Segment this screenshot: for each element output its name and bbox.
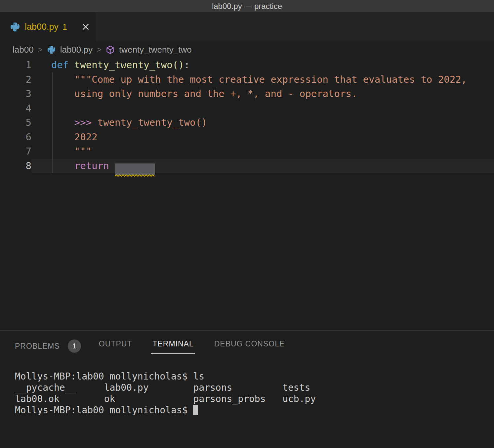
line-number: 6: [0, 130, 31, 145]
vscode-window: lab00.py — practice lab00.py 1 lab00 >: [0, 0, 494, 448]
terminal-line: lab00.ok ok parsons_probs ucb.py: [15, 393, 494, 405]
terminal-line: __pycache__ lab00.py parsons tests: [15, 382, 494, 393]
bottom-panel: PROBLEMS 1 OUTPUT TERMINAL DEBUG CONSOLE…: [0, 330, 494, 447]
line-number: 5: [0, 115, 31, 130]
tab-output[interactable]: OUTPUT: [99, 339, 132, 348]
titlebar: lab00.py — practice: [0, 0, 494, 12]
docstring-token: """Come up with the most creative expres…: [51, 74, 467, 85]
tab-filename: lab00.py: [25, 22, 59, 32]
code-line[interactable]: 3 using only numbers and the +, *, and -…: [0, 87, 494, 101]
tab-problems[interactable]: PROBLEMS 1: [15, 339, 81, 353]
terminal-prompt-line: Mollys-MBP:lab00 mollynicholas$: [15, 405, 494, 416]
line-number: 3: [0, 87, 31, 101]
breadcrumb-item-file[interactable]: lab00.py: [60, 45, 93, 55]
panel-tab-bar: PROBLEMS 1 OUTPUT TERMINAL DEBUG CONSOLE: [0, 331, 494, 362]
terminal-line: Mollys-MBP:lab00 mollynicholas$ ls: [15, 371, 494, 382]
window-title: lab00.py — practice: [212, 2, 282, 11]
code-line[interactable]: 4: [0, 101, 494, 116]
code-line[interactable]: 7 """: [0, 144, 494, 159]
doctest-prompt-token: >>>: [74, 117, 92, 128]
breadcrumb-item-folder[interactable]: lab00: [13, 45, 34, 55]
close-icon[interactable]: [81, 22, 90, 31]
line-number: 7: [0, 144, 31, 159]
tab-terminal[interactable]: TERMINAL: [151, 339, 195, 354]
docstring-token: """: [51, 146, 92, 157]
terminal-cursor: [193, 405, 198, 415]
line-number: 1: [0, 58, 31, 72]
breadcrumb: lab00 > lab00.py > twenty_twenty_two: [0, 41, 494, 58]
warning-squiggle-icon: [115, 174, 155, 177]
tab-problems-count: 1: [62, 22, 67, 32]
keyword-token: return: [74, 160, 109, 171]
code-line[interactable]: 2 """Come up with the most creative expr…: [0, 72, 494, 87]
code-line[interactable]: 6 2022: [0, 130, 494, 145]
selected-placeholder[interactable]: _______: [115, 163, 155, 175]
function-name-token: twenty_twenty_two(): [74, 59, 184, 70]
keyword-token: def: [51, 59, 68, 70]
cube-symbol-icon: [106, 45, 115, 54]
code-editor[interactable]: 1 def twenty_twenty_two(): 2 """Come up …: [0, 58, 494, 330]
python-icon: [47, 45, 56, 54]
tab-strip: lab00.py 1: [0, 12, 494, 41]
line-number: 8: [0, 159, 31, 173]
line-number: 4: [0, 101, 31, 116]
docstring-token: using only numbers and the +, *, and - o…: [51, 88, 357, 99]
indent-guide: [52, 72, 53, 173]
terminal[interactable]: Mollys-MBP:lab00 mollynicholas$ ls __pyc…: [0, 371, 494, 416]
problems-count-badge: 1: [68, 339, 81, 353]
code-line[interactable]: 5 >>> twenty_twenty_two(): [0, 115, 494, 130]
code-line[interactable]: 1 def twenty_twenty_two():: [0, 58, 494, 72]
line-number: 2: [0, 72, 31, 87]
chevron-right-icon: >: [97, 45, 102, 54]
code-line-current[interactable]: 8 return _______: [0, 159, 494, 173]
docstring-token: 2022: [51, 131, 98, 143]
tab-lab00py[interactable]: lab00.py 1: [0, 12, 96, 41]
breadcrumb-item-symbol[interactable]: twenty_twenty_two: [119, 45, 192, 55]
chevron-right-icon: >: [38, 45, 43, 54]
tab-debug-console[interactable]: DEBUG CONSOLE: [214, 339, 285, 348]
python-icon: [10, 22, 20, 32]
